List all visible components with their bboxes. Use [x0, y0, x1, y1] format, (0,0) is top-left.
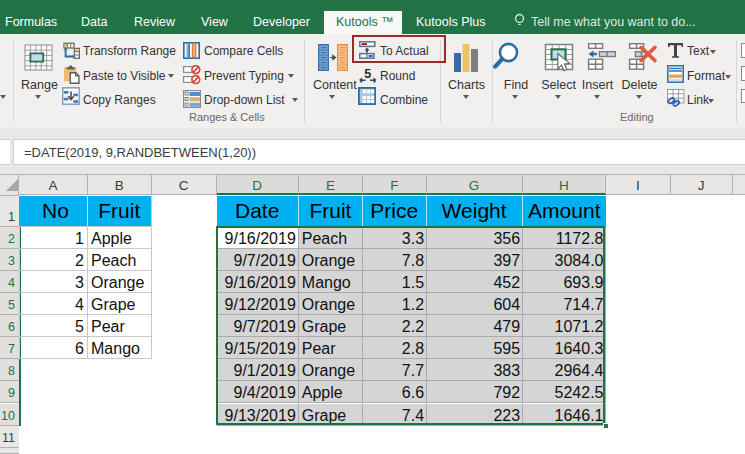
svg-text:5: 5 [364, 67, 371, 81]
